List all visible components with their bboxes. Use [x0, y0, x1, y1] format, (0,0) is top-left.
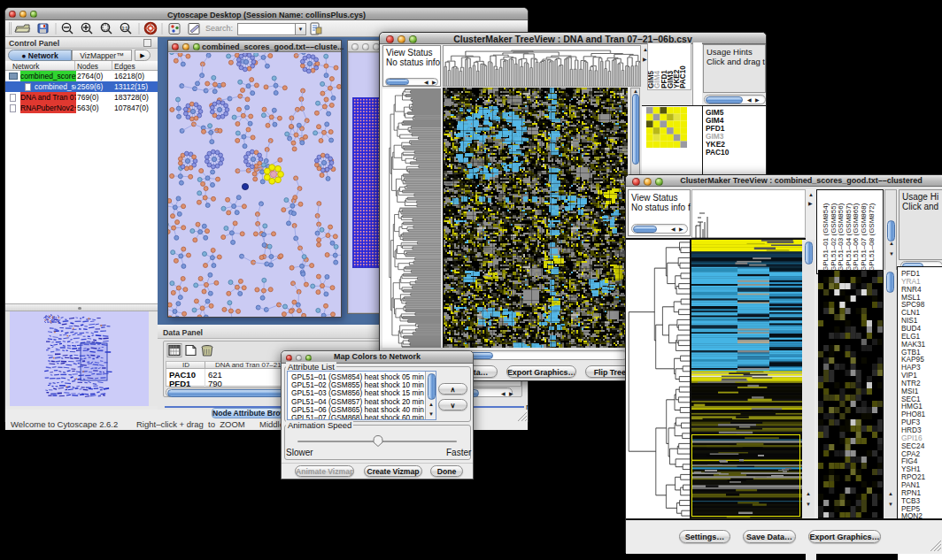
svg-text:GPL51–08 (GSM872): GPL51–08 (GSM872): [868, 203, 876, 272]
svg-text:1:1: 1:1: [122, 27, 128, 31]
svg-text:PAC10: PAC10: [679, 65, 687, 88]
